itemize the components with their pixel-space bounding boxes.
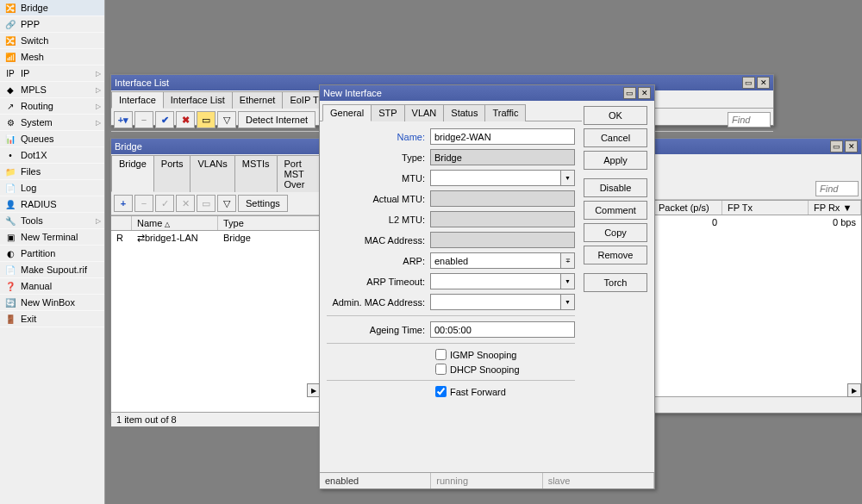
sidebar-item-new-winbox[interactable]: 🔄New WinBox <box>0 295 104 311</box>
copy-button[interactable]: Copy <box>584 223 647 242</box>
table-row[interactable]: R ⇄bridge1-LAN Bridge <box>111 231 321 246</box>
find-input[interactable] <box>728 112 771 128</box>
filter-button[interactable]: ▽ <box>217 111 236 128</box>
arp-dropdown[interactable]: ∓ <box>561 252 575 269</box>
sidebar-item-files[interactable]: 📁Files <box>0 164 104 180</box>
comment-button[interactable]: Comment <box>584 201 647 220</box>
igmp-checkbox-row[interactable]: IGMP Snooping <box>435 349 575 360</box>
sidebar-item-mpls[interactable]: ◆MPLS▷ <box>0 82 104 98</box>
tab-ports[interactable]: Ports <box>153 155 191 192</box>
tab-stp[interactable]: STP <box>371 104 404 121</box>
col-flag[interactable] <box>111 216 132 230</box>
minimize-button[interactable]: ▭ <box>830 140 843 152</box>
sidebar-item-tools[interactable]: 🔧Tools▷ <box>0 213 104 229</box>
ok-button[interactable]: OK <box>584 106 647 125</box>
label-mtu: MTU: <box>327 173 430 184</box>
tab-mstis[interactable]: MSTIs <box>234 155 278 192</box>
close-button[interactable]: ✕ <box>845 140 858 152</box>
dhcp-checkbox[interactable] <box>435 364 447 375</box>
sidebar-item-ip[interactable]: IPIP▷ <box>0 65 104 82</box>
tab-vlans[interactable]: VLANs <box>190 155 234 192</box>
remove-button[interactable]: − <box>134 111 153 128</box>
sidebar-item-radius[interactable]: 👤RADIUS <box>0 196 104 213</box>
ff-checkbox-row[interactable]: Fast Forward <box>435 386 575 397</box>
sidebar-item-new-terminal[interactable]: ▣New Terminal <box>0 229 104 246</box>
ff-checkbox[interactable] <box>435 386 447 397</box>
sidebar-item-manual[interactable]: ❓Manual <box>0 278 104 295</box>
dhcp-checkbox-row[interactable]: DHCP Snooping <box>435 364 575 375</box>
sidebar-item-mesh[interactable]: 📶Mesh <box>0 49 104 65</box>
igmp-label: IGMP Snooping <box>450 350 516 360</box>
col-packet[interactable]: Packet (p/s) <box>653 201 722 215</box>
close-button[interactable]: ✕ <box>757 77 770 89</box>
tab-bridge[interactable]: Bridge <box>111 155 154 192</box>
tab-status[interactable]: Status <box>443 104 485 121</box>
disable-button[interactable]: ✖ <box>176 111 195 128</box>
dhcp-label: DHCP Snooping <box>450 364 520 375</box>
remove-button[interactable]: − <box>134 195 153 212</box>
disable-button[interactable]: Disable <box>584 178 647 197</box>
filter-button[interactable]: ▽ <box>217 195 236 212</box>
tab-traffic[interactable]: Traffic <box>484 104 526 121</box>
ageing-input[interactable] <box>430 321 575 338</box>
sidebar-item-exit[interactable]: 🚪Exit <box>0 311 104 327</box>
sidebar-item-queues[interactable]: 📊Queues <box>0 131 104 147</box>
tab-port-mst[interactable]: Port MST Over <box>277 155 322 192</box>
tab-vlan[interactable]: VLAN <box>404 104 445 121</box>
col-fprx[interactable]: FP Rx ▼ <box>809 201 861 215</box>
sidebar-item-switch[interactable]: 🔀Switch <box>0 33 104 49</box>
enable-button[interactable]: ✔ <box>155 111 174 128</box>
minimize-button[interactable]: ▭ <box>742 77 755 89</box>
sidebar-item-bridge[interactable]: 🔀Bridge <box>0 0 104 16</box>
admin-mac-dropdown[interactable]: ▼ <box>561 294 575 310</box>
close-button[interactable]: ✕ <box>638 87 651 99</box>
find-input[interactable] <box>815 181 859 196</box>
sidebar-item-label: Mesh <box>21 52 44 62</box>
sidebar-item-partition[interactable]: ◐Partition <box>0 246 104 262</box>
tab-interface[interactable]: Interface <box>111 91 164 109</box>
admin-mac-input[interactable] <box>430 294 561 310</box>
dialog-status-bar: enabled running slave <box>320 472 654 488</box>
sidebar-item-log[interactable]: 📄Log <box>0 180 104 196</box>
tab-interface-list[interactable]: Interface List <box>163 91 233 109</box>
arp-timeout-input[interactable] <box>430 273 561 289</box>
sidebar-item-make-supout-rif[interactable]: 📄Make Supout.rif <box>0 262 104 278</box>
label-ageing: Ageing Time: <box>327 325 430 335</box>
disable-button[interactable]: ✕ <box>176 195 195 212</box>
minimize-button[interactable]: ▭ <box>623 87 636 99</box>
right-table-body: 0 0 bps <box>653 215 861 396</box>
apply-button[interactable]: Apply <box>584 151 647 170</box>
enable-button[interactable]: ✓ <box>155 195 174 212</box>
sidebar-item-dot1x[interactable]: •Dot1X <box>0 147 104 164</box>
scroll-right-button[interactable]: ▶ <box>847 383 861 397</box>
name-input[interactable] <box>430 128 575 145</box>
tab-general[interactable]: General <box>322 104 372 121</box>
mtu-input[interactable] <box>430 170 561 186</box>
remove-button[interactable]: Remove <box>584 246 647 264</box>
igmp-checkbox[interactable] <box>435 349 447 360</box>
label-mac: MAC Address: <box>327 235 430 246</box>
sidebar-item-system[interactable]: ⚙System▷ <box>0 115 104 131</box>
label-admin-mac: Admin. MAC Address: <box>327 297 430 308</box>
arp-select[interactable] <box>430 252 561 269</box>
status-running: running <box>431 473 542 488</box>
col-fptx[interactable]: FP Tx <box>722 201 809 215</box>
sidebar-icon: 📄 <box>3 181 17 195</box>
cancel-button[interactable]: Cancel <box>584 128 647 147</box>
sidebar-item-ppp[interactable]: 🔗PPP <box>0 16 104 33</box>
add-button[interactable]: + <box>114 195 133 212</box>
tab-ethernet[interactable]: Ethernet <box>232 91 284 109</box>
col-name[interactable]: Name △ <box>132 216 218 230</box>
comment-button[interactable]: ▭ <box>197 195 216 212</box>
cell-type: Bridge <box>218 232 256 245</box>
sidebar-item-routing[interactable]: ↗Routing▷ <box>0 98 104 115</box>
arp-timeout-dropdown[interactable]: ▼ <box>561 273 575 289</box>
settings-button[interactable]: Settings <box>238 195 288 212</box>
mtu-dropdown[interactable]: ▼ <box>561 170 575 186</box>
add-button[interactable]: +▾ <box>114 111 133 128</box>
col-type[interactable]: Type <box>218 216 321 230</box>
comment-button[interactable]: ▭ <box>197 111 216 128</box>
torch-button[interactable]: Torch <box>584 273 647 292</box>
table-row[interactable]: 0 0 bps <box>653 215 861 229</box>
detect-internet-button[interactable]: Detect Internet <box>238 111 315 128</box>
